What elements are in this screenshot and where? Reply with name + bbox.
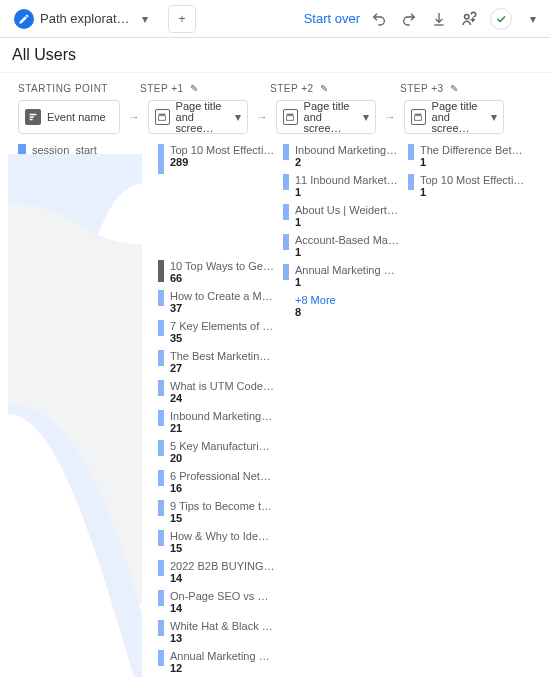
add-tab-button[interactable]: + [168,5,196,33]
header-step-3[interactable]: STEP +3 ✎ [400,83,530,94]
path-node[interactable]: Top 10 Most Effective …289 [158,144,283,174]
event-icon [25,109,41,125]
path-node[interactable]: Annual Marketing Plan …12 [158,650,283,674]
tab-title: Path explorati… [40,11,130,26]
path-node[interactable]: How to Create a Mark…37 [158,290,283,314]
path-node[interactable]: About Us | Weidert Gro…1 [283,204,408,228]
node-bar [158,620,164,636]
node-label: How to Create a Mark… [170,290,275,302]
node-label: 6 Professional Networ… [170,470,275,482]
node-bar [158,530,164,546]
node-bar [158,380,164,396]
node-label: 5 Key Manufacturing C… [170,440,275,452]
node-label: Inbound Marketing for … [170,410,275,422]
chevron-down-icon: ▾ [235,110,241,124]
node-value: 16 [170,482,275,494]
node-bar [158,320,164,336]
node-label: 9 Tips to Become the … [170,500,275,512]
download-icon[interactable] [430,10,448,28]
node-value: 14 [170,572,275,584]
svg-rect-2 [159,116,166,121]
path-node[interactable]: 5 Key Manufacturing C…20 [158,440,283,464]
header-step-2[interactable]: STEP +2 ✎ [270,83,400,94]
node-bar [408,144,414,160]
status-chevron-icon[interactable]: ▾ [524,12,542,26]
pencil-icon[interactable]: ✎ [320,83,329,94]
node-value: 1 [420,156,525,168]
node-starting-point[interactable]: session_start 985 [18,144,158,404]
node-label: Annual Marketing Plan … [295,264,400,276]
path-node[interactable]: Inbound Marketing for …2 [283,144,408,168]
path-node[interactable]: 7 Key Elements of a Q…35 [158,320,283,344]
chevron-down-icon: ▾ [363,110,369,124]
path-node[interactable]: White Hat & Black Hat …13 [158,620,283,644]
node-bar [283,144,289,160]
path-node[interactable]: 2022 B2B BUYING BE…14 [158,560,283,584]
node-value: 35 [170,332,275,344]
status-check-icon[interactable] [490,8,512,30]
node-value: 1 [420,186,525,198]
node-bar [158,260,164,282]
svg-rect-3 [287,114,294,115]
selector-label: Page titleand scree… [432,101,485,134]
node-value: 66 [170,272,275,284]
share-icon[interactable] [460,10,478,28]
redo-icon[interactable] [400,10,418,28]
path-node[interactable]: Top 10 Most Effective …1 [408,174,533,198]
node-bar [158,144,164,174]
node-bar [158,650,164,666]
node-value: 1 [295,186,400,198]
path-node[interactable]: The Difference Betwee…1 [408,144,533,168]
node-bar [283,204,289,220]
segment-title: All Users [0,38,550,73]
more-node[interactable]: +8 More8 [283,294,408,318]
sankey-body: session_start 985 Top 10 Most Effective … [0,144,550,677]
node-value: 8 [295,306,336,318]
selector-step-2[interactable]: Page titleand scree… ▾ [276,100,376,134]
path-node[interactable]: 10 Top Ways to Get M…66 [158,260,283,284]
tab-chip[interactable]: Path explorati… ▾ [8,5,160,33]
path-node[interactable]: On-Page SEO vs Off-P…14 [158,590,283,614]
node-value: 2 [295,156,400,168]
chevron-down-icon: ▾ [491,110,497,124]
chevron-down-icon[interactable]: ▾ [136,12,154,26]
node-bar [283,264,289,280]
node-label: The Best Marketing Bu… [170,350,275,362]
node-label: 2022 B2B BUYING BE… [170,560,275,572]
path-node[interactable]: What is UTM Code an…24 [158,380,283,404]
path-node[interactable]: 9 Tips to Become the …15 [158,500,283,524]
svg-rect-1 [159,114,166,115]
start-over-link[interactable]: Start over [304,11,360,26]
path-node[interactable]: 6 Professional Networ…16 [158,470,283,494]
node-bar [158,560,164,576]
node-label: White Hat & Black Hat … [170,620,275,632]
path-node[interactable]: Account-Based Market…1 [283,234,408,258]
node-value: 27 [170,362,275,374]
page-icon [283,109,298,125]
node-bar [158,590,164,606]
path-node[interactable]: How & Why to Identify …15 [158,530,283,554]
node-value: 1 [295,276,400,288]
selector-starting-point[interactable]: Event name [18,100,120,134]
selector-label: Event name [47,112,106,123]
undo-icon[interactable] [370,10,388,28]
node-bar [158,440,164,456]
node-bar [158,350,164,366]
selector-step-3[interactable]: Page titleand scree… ▾ [404,100,504,134]
node-value: 20 [170,452,275,464]
node-label: On-Page SEO vs Off-P… [170,590,275,602]
header-step-1[interactable]: STEP +1 ✎ [140,83,270,94]
svg-point-0 [465,14,470,19]
node-bar [158,470,164,486]
node-value: 12 [170,662,275,674]
pencil-icon[interactable]: ✎ [190,83,199,94]
more-link[interactable]: +8 More [295,294,336,306]
path-node[interactable]: Annual Marketing Plan …1 [283,264,408,288]
node-label: 7 Key Elements of a Q… [170,320,275,332]
path-node[interactable]: The Best Marketing Bu…27 [158,350,283,374]
path-node[interactable]: 11 Inbound Marketing …1 [283,174,408,198]
path-node[interactable]: Inbound Marketing for …21 [158,410,283,434]
pencil-icon[interactable]: ✎ [450,83,459,94]
arrow-icon: → [248,110,276,124]
selector-step-1[interactable]: Page titleand scree… ▾ [148,100,248,134]
